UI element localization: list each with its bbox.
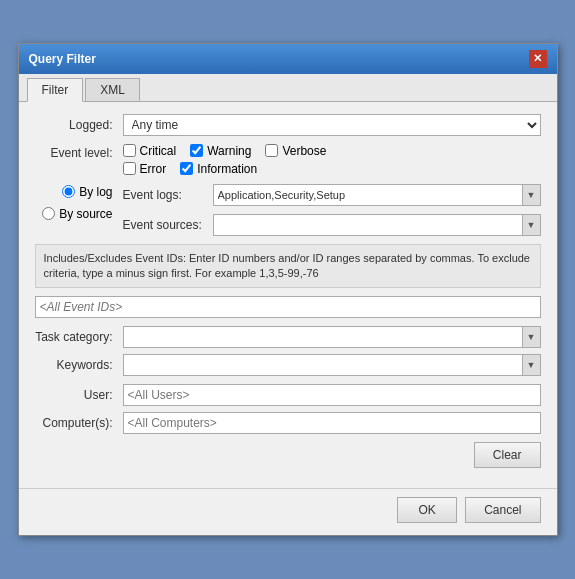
close-button[interactable]: ✕ — [529, 50, 547, 68]
bottom-buttons: OK Cancel — [19, 488, 557, 535]
task-category-row: Task category: ▼ — [35, 326, 541, 348]
event-sources-label: Event sources: — [123, 218, 213, 232]
checkboxes-row1: Critical Warning Verbose — [123, 144, 541, 158]
event-sources-row: Event sources: ▼ — [123, 214, 541, 236]
warning-label: Warning — [207, 144, 251, 158]
by-source-label: By source — [59, 207, 112, 221]
event-logs-input[interactable] — [214, 187, 522, 203]
verbose-checkbox-item: Verbose — [265, 144, 326, 158]
by-source-radio[interactable] — [42, 207, 55, 220]
keywords-select[interactable]: ▼ — [123, 354, 541, 376]
event-sources-dropdown-btn[interactable]: ▼ — [522, 215, 540, 235]
info-text: Includes/Excludes Event IDs: Enter ID nu… — [35, 244, 541, 289]
radio-buttons: By log By source — [35, 184, 123, 221]
event-logs-dropdown-btn[interactable]: ▼ — [522, 185, 540, 205]
event-level-label: Event level: — [35, 144, 123, 160]
event-level-row: Event level: Critical Warning Verbose — [35, 144, 541, 176]
query-filter-dialog: Query Filter ✕ Filter XML Logged: Any ti… — [18, 43, 558, 537]
event-sources-input[interactable] — [214, 216, 522, 234]
ok-button[interactable]: OK — [397, 497, 457, 523]
verbose-checkbox[interactable] — [265, 144, 278, 157]
logged-label: Logged: — [35, 118, 123, 132]
by-log-label: By log — [79, 185, 112, 199]
warning-checkbox-item: Warning — [190, 144, 251, 158]
computer-label: Computer(s): — [35, 416, 123, 430]
error-label: Error — [140, 162, 167, 176]
tab-xml[interactable]: XML — [85, 78, 140, 101]
warning-checkbox[interactable] — [190, 144, 203, 157]
keywords-field: ▼ — [123, 354, 541, 376]
keywords-dropdown-btn[interactable]: ▼ — [522, 355, 540, 375]
critical-checkbox[interactable] — [123, 144, 136, 157]
title-bar: Query Filter ✕ — [19, 44, 557, 74]
logged-select[interactable]: Any time Last hour Last 12 hours Last 24… — [123, 114, 541, 136]
information-checkbox-item: Information — [180, 162, 257, 176]
critical-label: Critical — [140, 144, 177, 158]
by-log-radio-item: By log — [35, 185, 123, 199]
user-label: User: — [35, 388, 123, 402]
event-ids-row — [35, 296, 541, 318]
event-logs-select[interactable]: ▼ — [213, 184, 541, 206]
task-category-dropdown-btn[interactable]: ▼ — [522, 327, 540, 347]
keywords-input[interactable] — [124, 356, 522, 374]
computer-field — [123, 412, 541, 434]
log-source-fields: Event logs: ▼ Event sources: ▼ — [123, 184, 541, 236]
keywords-row: Keywords: ▼ — [35, 354, 541, 376]
logged-row: Logged: Any time Last hour Last 12 hours… — [35, 114, 541, 136]
task-category-field: ▼ — [123, 326, 541, 348]
information-label: Information — [197, 162, 257, 176]
event-ids-input[interactable] — [35, 296, 541, 318]
information-checkbox[interactable] — [180, 162, 193, 175]
clear-button[interactable]: Clear — [474, 442, 541, 468]
task-category-select[interactable]: ▼ — [123, 326, 541, 348]
verbose-label: Verbose — [282, 144, 326, 158]
user-field — [123, 384, 541, 406]
event-level-checkboxes: Critical Warning Verbose Error — [123, 144, 541, 176]
cancel-button[interactable]: Cancel — [465, 497, 540, 523]
critical-checkbox-item: Critical — [123, 144, 177, 158]
task-category-label: Task category: — [35, 330, 123, 344]
computer-row: Computer(s): — [35, 412, 541, 434]
event-logs-row: Event logs: ▼ — [123, 184, 541, 206]
radio-section: By log By source Event logs: ▼ — [35, 184, 541, 236]
dialog-title: Query Filter — [29, 52, 96, 66]
by-source-radio-item: By source — [35, 207, 123, 221]
event-logs-label: Event logs: — [123, 188, 213, 202]
tab-bar: Filter XML — [19, 74, 557, 102]
error-checkbox[interactable] — [123, 162, 136, 175]
error-checkbox-item: Error — [123, 162, 167, 176]
checkboxes-row2: Error Information — [123, 162, 541, 176]
by-log-radio[interactable] — [62, 185, 75, 198]
event-sources-field: ▼ — [213, 214, 541, 236]
task-category-input[interactable] — [124, 328, 522, 346]
computer-input[interactable] — [123, 412, 541, 434]
tab-filter[interactable]: Filter — [27, 78, 84, 102]
event-sources-select[interactable]: ▼ — [213, 214, 541, 236]
filter-content: Logged: Any time Last hour Last 12 hours… — [19, 102, 557, 489]
event-logs-field: ▼ — [213, 184, 541, 206]
logged-field: Any time Last hour Last 12 hours Last 24… — [123, 114, 541, 136]
user-row: User: — [35, 384, 541, 406]
clear-button-row: Clear — [35, 442, 541, 468]
user-input[interactable] — [123, 384, 541, 406]
keywords-label: Keywords: — [35, 358, 123, 372]
